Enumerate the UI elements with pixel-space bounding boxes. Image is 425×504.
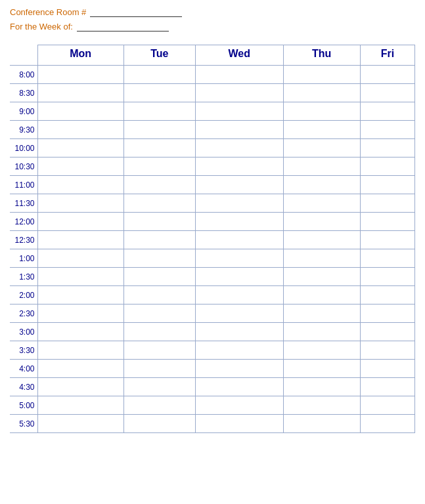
schedule-cell[interactable] <box>196 323 283 341</box>
schedule-cell[interactable] <box>37 231 123 249</box>
schedule-cell[interactable] <box>123 102 195 121</box>
schedule-cell[interactable] <box>196 231 283 249</box>
schedule-cell[interactable] <box>283 286 360 304</box>
schedule-cell[interactable] <box>360 396 414 415</box>
schedule-cell[interactable] <box>283 66 360 84</box>
room-input[interactable] <box>90 7 182 17</box>
schedule-cell[interactable] <box>360 231 414 249</box>
schedule-cell[interactable] <box>196 102 283 121</box>
schedule-cell[interactable] <box>196 304 283 323</box>
schedule-cell[interactable] <box>196 341 283 360</box>
schedule-cell[interactable] <box>283 396 360 415</box>
schedule-cell[interactable] <box>283 139 360 158</box>
schedule-cell[interactable] <box>360 249 414 268</box>
schedule-cell[interactable] <box>196 213 283 231</box>
schedule-cell[interactable] <box>123 304 195 323</box>
schedule-cell[interactable] <box>123 341 195 360</box>
schedule-cell[interactable] <box>37 139 123 158</box>
schedule-cell[interactable] <box>360 121 414 139</box>
schedule-cell[interactable] <box>360 341 414 360</box>
schedule-cell[interactable] <box>123 176 195 194</box>
schedule-cell[interactable] <box>360 360 414 378</box>
schedule-cell[interactable] <box>123 121 195 139</box>
schedule-cell[interactable] <box>196 360 283 378</box>
schedule-cell[interactable] <box>196 158 283 176</box>
schedule-cell[interactable] <box>283 249 360 268</box>
schedule-cell[interactable] <box>37 378 123 396</box>
schedule-cell[interactable] <box>196 396 283 415</box>
schedule-cell[interactable] <box>360 304 414 323</box>
schedule-cell[interactable] <box>283 323 360 341</box>
schedule-cell[interactable] <box>37 249 123 268</box>
schedule-cell[interactable] <box>283 268 360 286</box>
schedule-cell[interactable] <box>283 84 360 102</box>
schedule-cell[interactable] <box>123 158 195 176</box>
schedule-cell[interactable] <box>37 176 123 194</box>
schedule-cell[interactable] <box>37 360 123 378</box>
schedule-cell[interactable] <box>360 194 414 213</box>
schedule-cell[interactable] <box>283 158 360 176</box>
schedule-cell[interactable] <box>283 360 360 378</box>
schedule-cell[interactable] <box>360 158 414 176</box>
schedule-cell[interactable] <box>37 268 123 286</box>
schedule-cell[interactable] <box>196 194 283 213</box>
schedule-cell[interactable] <box>37 66 123 84</box>
schedule-cell[interactable] <box>283 213 360 231</box>
schedule-cell[interactable] <box>196 378 283 396</box>
schedule-cell[interactable] <box>123 213 195 231</box>
schedule-cell[interactable] <box>360 102 414 121</box>
schedule-cell[interactable] <box>123 268 195 286</box>
schedule-cell[interactable] <box>283 194 360 213</box>
schedule-cell[interactable] <box>196 121 283 139</box>
schedule-cell[interactable] <box>123 249 195 268</box>
schedule-cell[interactable] <box>360 286 414 304</box>
week-input[interactable] <box>77 21 169 32</box>
schedule-cell[interactable] <box>283 378 360 396</box>
schedule-cell[interactable] <box>37 286 123 304</box>
schedule-cell[interactable] <box>37 102 123 121</box>
schedule-cell[interactable] <box>283 415 360 433</box>
schedule-cell[interactable] <box>196 268 283 286</box>
schedule-cell[interactable] <box>360 378 414 396</box>
schedule-cell[interactable] <box>196 286 283 304</box>
schedule-cell[interactable] <box>283 231 360 249</box>
schedule-cell[interactable] <box>123 323 195 341</box>
schedule-cell[interactable] <box>123 231 195 249</box>
schedule-cell[interactable] <box>37 213 123 231</box>
schedule-cell[interactable] <box>37 158 123 176</box>
schedule-cell[interactable] <box>37 304 123 323</box>
schedule-cell[interactable] <box>196 139 283 158</box>
schedule-cell[interactable] <box>360 213 414 231</box>
schedule-cell[interactable] <box>360 84 414 102</box>
schedule-cell[interactable] <box>123 415 195 433</box>
schedule-cell[interactable] <box>123 396 195 415</box>
schedule-cell[interactable] <box>196 84 283 102</box>
schedule-cell[interactable] <box>360 268 414 286</box>
schedule-cell[interactable] <box>360 139 414 158</box>
schedule-cell[interactable] <box>123 378 195 396</box>
schedule-cell[interactable] <box>123 194 195 213</box>
schedule-cell[interactable] <box>360 66 414 84</box>
schedule-cell[interactable] <box>283 304 360 323</box>
schedule-cell[interactable] <box>283 341 360 360</box>
schedule-cell[interactable] <box>123 286 195 304</box>
schedule-cell[interactable] <box>196 176 283 194</box>
schedule-cell[interactable] <box>283 176 360 194</box>
schedule-cell[interactable] <box>37 121 123 139</box>
schedule-cell[interactable] <box>123 139 195 158</box>
schedule-cell[interactable] <box>37 415 123 433</box>
schedule-cell[interactable] <box>196 249 283 268</box>
schedule-cell[interactable] <box>360 323 414 341</box>
schedule-cell[interactable] <box>360 176 414 194</box>
schedule-cell[interactable] <box>37 341 123 360</box>
schedule-cell[interactable] <box>123 360 195 378</box>
schedule-cell[interactable] <box>37 84 123 102</box>
schedule-cell[interactable] <box>283 102 360 121</box>
schedule-cell[interactable] <box>123 66 195 84</box>
schedule-cell[interactable] <box>37 323 123 341</box>
schedule-cell[interactable] <box>37 396 123 415</box>
schedule-cell[interactable] <box>283 121 360 139</box>
schedule-cell[interactable] <box>196 66 283 84</box>
schedule-cell[interactable] <box>37 194 123 213</box>
schedule-cell[interactable] <box>360 415 414 433</box>
